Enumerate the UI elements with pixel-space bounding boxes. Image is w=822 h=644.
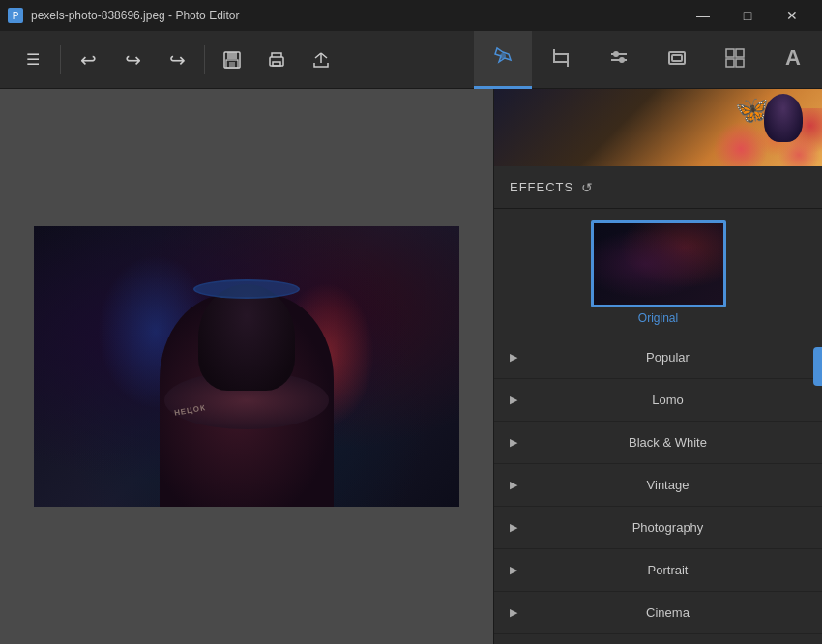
effect-item-vintage[interactable]: ▶ Vintage (494, 464, 822, 507)
effect-name-lomo: Lomo (529, 393, 807, 407)
effect-item-portrait[interactable]: ▶ Portrait (494, 549, 822, 592)
arrow-icon-vintage: ▶ (510, 479, 517, 491)
print-button[interactable] (255, 39, 298, 81)
redo-button[interactable]: ↪ (156, 39, 198, 81)
figure-head (198, 284, 295, 391)
svg-rect-16 (736, 59, 744, 67)
effect-item-environment[interactable]: ▶ Environment (494, 634, 822, 644)
original-thumbnail[interactable] (591, 220, 726, 307)
svg-rect-3 (229, 62, 235, 67)
svg-rect-14 (736, 49, 744, 57)
effect-name-bw: Black & White (529, 435, 807, 450)
arrow-icon-photography: ▶ (510, 521, 517, 534)
svg-rect-13 (726, 49, 734, 57)
effect-item-cinema[interactable]: ▶ Cinema (494, 592, 822, 634)
effect-item-photography[interactable]: ▶ Photography (494, 507, 822, 549)
tab-adjust[interactable] (590, 31, 648, 89)
thumb-preview (594, 223, 723, 305)
menu-button[interactable]: ☰ (12, 39, 54, 81)
undo-button[interactable]: ↩ (67, 39, 109, 81)
arrow-icon-cinema: ▶ (510, 606, 517, 619)
arrow-icon-popular: ▶ (510, 351, 517, 364)
effect-name-photography: Photography (529, 520, 807, 535)
original-label: Original (638, 311, 678, 325)
save-button[interactable] (211, 39, 253, 81)
title-bar-left: P pexels-photo-838696.jpeg - Photo Edito… (8, 8, 239, 23)
title-bar: P pexels-photo-838696.jpeg - Photo Edito… (0, 0, 822, 31)
panel-expand-handle[interactable] (813, 347, 822, 386)
maximize-button[interactable]: □ (725, 0, 770, 31)
main-content: НЕЦОК 🦋 EFFECTS ↺ Original (0, 89, 822, 644)
effect-name-popular: Popular (529, 350, 807, 365)
minimize-button[interactable]: — (681, 0, 725, 31)
effects-list: ▶ Popular ▶ Lomo ▶ Black & White ▶ Vinta… (494, 337, 822, 644)
share-button[interactable] (300, 39, 342, 81)
toolbar-separator-1 (60, 45, 61, 74)
svg-point-6 (500, 53, 506, 59)
tab-crop[interactable] (532, 31, 590, 89)
tab-text[interactable]: A (764, 31, 822, 89)
svg-point-9 (614, 52, 618, 56)
toolbar-tabs: A (474, 31, 822, 89)
effect-name-cinema: Cinema (529, 605, 807, 620)
original-thumbnail-area: Original (494, 209, 822, 337)
toolbar-separator-2 (204, 45, 205, 74)
panel-header-image: 🦋 (494, 89, 822, 166)
svg-point-10 (620, 58, 624, 62)
close-button[interactable]: ✕ (770, 0, 814, 31)
effects-header: EFFECTS ↺ (494, 166, 822, 209)
effect-item-popular[interactable]: ▶ Popular (494, 337, 822, 379)
right-panel: 🦋 EFFECTS ↺ Original ▶ Popular ▶ (493, 89, 822, 644)
svg-rect-12 (672, 55, 682, 61)
tab-collage[interactable] (706, 31, 764, 89)
figure-silhouette: НЕЦОК (150, 275, 343, 507)
toolbar: ☰ ↩ ↩ ↪ (0, 31, 822, 89)
window-controls: — □ ✕ (681, 0, 814, 31)
arrow-icon-bw: ▶ (510, 436, 517, 449)
original-thumb-wrap: Original (591, 220, 726, 325)
toolbar-actions: ☰ ↩ ↩ ↪ (0, 39, 474, 81)
arrow-icon-lomo: ▶ (510, 394, 517, 406)
window-title: pexels-photo-838696.jpeg - Photo Editor (31, 9, 239, 22)
app-icon: P (8, 8, 23, 23)
svg-rect-15 (726, 59, 734, 67)
effect-item-black-white[interactable]: ▶ Black & White (494, 422, 822, 464)
tab-frame[interactable] (648, 31, 706, 89)
effect-item-lomo[interactable]: ▶ Lomo (494, 379, 822, 422)
effects-title: EFFECTS (510, 180, 573, 194)
effects-reset-button[interactable]: ↺ (581, 180, 593, 195)
canvas-area: НЕЦОК (0, 89, 493, 644)
headphones (193, 279, 300, 299)
effect-name-vintage: Vintage (529, 478, 807, 492)
flowers-decoration (706, 108, 822, 166)
arrow-icon-portrait: ▶ (510, 564, 517, 576)
effect-name-portrait: Portrait (529, 563, 807, 577)
svg-rect-1 (227, 52, 237, 59)
svg-rect-5 (273, 62, 280, 66)
tab-effects[interactable] (474, 31, 532, 89)
photo-canvas: НЕЦОК (34, 226, 459, 507)
undo-alt-button[interactable]: ↩ (111, 39, 154, 81)
